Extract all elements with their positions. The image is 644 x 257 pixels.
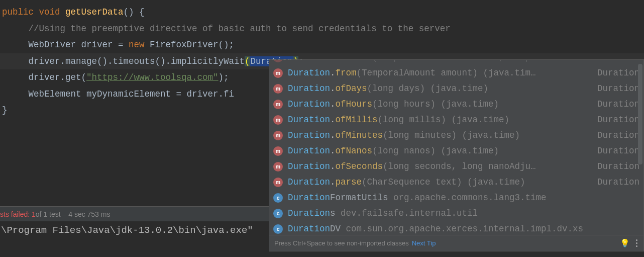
completion-return-type: Duration — [592, 159, 639, 175]
completion-item[interactable]: cDurationDV com.sun.org.apache.xerces.in… — [269, 221, 643, 235]
completion-return-type: Duration — [592, 143, 639, 159]
completion-item-label: Duration.ofNanos(long nanos) (java.time) — [288, 143, 499, 159]
method-icon: m — [273, 115, 283, 125]
completion-item-label: Duration.parse(CharSequence text) (java.… — [288, 175, 525, 190]
more-icon[interactable] — [635, 238, 638, 248]
completion-hint: Press Ctrl+Space to see non-imported cla… — [274, 235, 409, 251]
method-icon: m — [273, 68, 283, 78]
completion-item-label: Duration.ofMillis(long millis) (java.tim… — [288, 112, 509, 128]
completion-return-type: Duration — [592, 81, 639, 97]
code-line: //Using the preemptive directive of basi… — [0, 21, 644, 37]
completion-item[interactable]: mDuration.ofMillis(long millis) (java.ti… — [269, 112, 643, 128]
completion-item[interactable]: cDurations dev.failsafe.internal.util — [269, 206, 643, 221]
completion-list[interactable]: mDuration.between(Temporal startInclusiv… — [269, 60, 643, 235]
completion-item[interactable]: mDuration.ofDays(long days) (java.time)D… — [269, 81, 643, 97]
completion-item[interactable]: mDuration.ofSeconds(long seconds, long n… — [269, 159, 643, 175]
completion-item-label: DurationDV com.sun.org.apache.xerces.int… — [288, 221, 583, 235]
next-tip-link[interactable]: Next Tip — [412, 235, 436, 251]
completion-item-label: Duration.between(Temporal startInclusive… — [288, 60, 536, 65]
popup-scrollbar[interactable] — [638, 64, 642, 231]
completion-return-type: Duration — [592, 112, 639, 128]
completion-item-label: Duration.ofSeconds(long seconds, long na… — [288, 159, 536, 175]
completion-item[interactable]: mDuration.ofNanos(long nanos) (java.time… — [269, 143, 643, 159]
method-icon: m — [273, 146, 283, 156]
tests-failed-count: 1 — [32, 210, 36, 218]
method-icon: m — [273, 84, 283, 94]
class-icon: c — [273, 209, 283, 218]
completion-item[interactable]: mDuration.ofHours(long hours) (java.time… — [269, 97, 643, 112]
class-icon: c — [273, 193, 283, 203]
code-line: WebDriver driver = new FirefoxDriver(); — [0, 37, 644, 53]
completion-return-type: Duration — [592, 175, 639, 190]
completion-popup[interactable]: mDuration.between(Temporal startInclusiv… — [269, 59, 644, 251]
completion-item-label: Duration.ofHours(long hours) (java.time) — [288, 97, 499, 112]
bulb-icon[interactable]: 💡 — [620, 235, 630, 251]
method-icon: m — [273, 131, 283, 140]
completion-item[interactable]: mDuration.from(TemporalAmount amount) (j… — [269, 65, 643, 81]
completion-item-label: Duration.ofDays(long days) (java.time) — [288, 81, 488, 97]
method-icon: m — [273, 60, 283, 62]
completion-return-type: Duration — [592, 128, 639, 143]
tests-summary: of 1 test – 4 sec 753 ms — [36, 210, 111, 218]
completion-item[interactable]: cDurationFormatUtils org.apache.commons.… — [269, 190, 643, 206]
completion-item-label: Duration.from(TemporalAmount amount) (ja… — [288, 65, 536, 81]
tests-failed-label: sts failed: — [0, 210, 32, 218]
completion-return-type: Duration — [592, 65, 639, 81]
completion-footer: Press Ctrl+Space to see non-imported cla… — [269, 235, 643, 251]
completion-item-label: Durations dev.failsafe.internal.util — [288, 206, 478, 221]
method-icon: m — [273, 162, 283, 172]
code-line: public void getUserData() { — [0, 4, 644, 21]
completion-item-label: DurationFormatUtils org.apache.commons.l… — [288, 190, 547, 206]
method-icon: m — [273, 178, 283, 187]
completion-item[interactable]: mDuration.ofMinutes(long minutes) (java.… — [269, 128, 643, 143]
completion-item[interactable]: mDuration.between(Temporal startInclusiv… — [269, 60, 643, 65]
completion-return-type: Duration — [592, 60, 639, 65]
completion-return-type: Duration — [592, 97, 639, 112]
completion-item-label: Duration.ofMinutes(long minutes) (java.t… — [288, 128, 520, 143]
class-icon: c — [273, 224, 283, 234]
completion-item[interactable]: mDuration.parse(CharSequence text) (java… — [269, 175, 643, 190]
method-icon: m — [273, 100, 283, 109]
